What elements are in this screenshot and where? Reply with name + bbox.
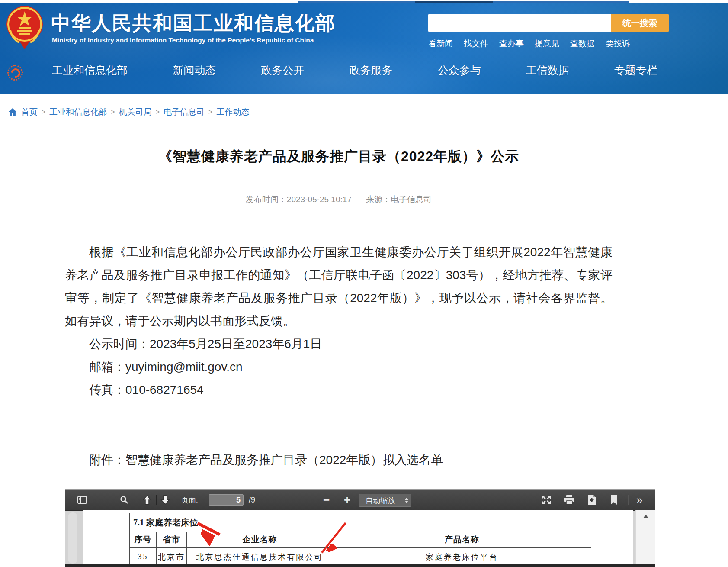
email-line: 邮箱：yuyiming@miit.gov.cn <box>65 355 613 378</box>
breadcrumb-miit[interactable]: 工业和信息化部 <box>49 106 107 118</box>
publish-time: 发布时间：2023-05-25 10:17 <box>246 195 352 204</box>
nav-item-news[interactable]: 新闻动态 <box>173 63 216 77</box>
pdf-table: 7.1 家庭养老床位 序号 省市 企业名称 产品名称 35 北京市 北京思杰佳通… <box>129 513 591 567</box>
table-row: 35 北京市 北京思杰佳通信息技术有限公司 家庭养老床位平台 <box>130 548 591 567</box>
zoom-select[interactable]: 自动缩放 <box>359 494 411 507</box>
zoom-out-icon[interactable]: − <box>323 490 330 510</box>
home-icon <box>8 108 17 116</box>
site-header: 中华人民共和国工业和信息化部 Ministry of Industry and … <box>0 3 728 94</box>
presentation-mode-icon[interactable] <box>541 490 552 510</box>
cell-company: 北京思杰佳通信息技术有限公司 <box>187 548 333 567</box>
download-icon[interactable] <box>587 490 597 510</box>
attachment-line: 附件：智慧健康养老产品及服务推广目录（2022年版）拟入选名单 <box>65 448 613 471</box>
col-header-product: 产品名称 <box>333 532 591 548</box>
col-header-index: 序号 <box>130 532 157 548</box>
zoom-select-arrows-icon <box>402 494 411 506</box>
breadcrumb-separator: > <box>42 108 45 116</box>
page-root: 中华人民共和国工业和信息化部 Ministry of Industry and … <box>0 0 728 567</box>
search-box <box>428 14 611 32</box>
toolbar-separator <box>156 495 157 505</box>
viewer-bottom-edge <box>65 564 655 567</box>
quick-link-files[interactable]: 找文件 <box>464 38 488 49</box>
publish-source: 来源：电子信息司 <box>366 195 432 204</box>
top-edge-strip <box>0 0 728 3</box>
scroll-up-icon[interactable] <box>643 515 648 518</box>
col-header-province: 省市 <box>157 532 187 548</box>
quick-link-services[interactable]: 查办事 <box>499 38 524 49</box>
quick-link-complaint[interactable]: 要投诉 <box>606 38 630 49</box>
article-body: 根据《工业和信息化部办公厅民政部办公厅国家卫生健康委办公厅关于组织开展2022年… <box>65 241 613 401</box>
site-title: 中华人民共和国工业和信息化部 <box>51 10 380 36</box>
page-number-input[interactable] <box>209 494 244 506</box>
cell-province: 北京市 <box>157 548 187 567</box>
header-quick-links: 看新闻 找文件 查办事 提意见 查数据 要投诉 <box>428 38 670 49</box>
site-subtitle-en: Ministry of Industry and Information Tec… <box>52 36 381 44</box>
breadcrumb-separator: > <box>156 108 160 116</box>
cell-index: 35 <box>130 548 157 567</box>
previous-page-icon[interactable] <box>142 490 152 510</box>
toolbar-separator <box>340 495 340 505</box>
pdf-toolbar: 页面: /9 − + 自动缩放 <box>65 490 655 511</box>
quick-link-feedback[interactable]: 提意见 <box>535 38 559 49</box>
breadcrumb-separator: > <box>208 108 212 116</box>
page-total: /9 <box>249 490 255 510</box>
title-divider <box>65 180 611 180</box>
breadcrumb-separator: > <box>111 108 115 116</box>
more-tools-icon[interactable]: » <box>636 490 642 510</box>
print-icon[interactable] <box>564 490 575 510</box>
zoom-in-icon[interactable]: + <box>344 490 350 510</box>
col-header-company: 企业名称 <box>187 532 333 548</box>
nav-item-gov-open[interactable]: 政务公开 <box>261 63 304 77</box>
gov-site-logo-icon <box>7 65 23 81</box>
bookmark-icon[interactable] <box>610 490 617 510</box>
pdf-scrollbar[interactable] <box>635 510 655 564</box>
pdf-section-title: 7.1 家庭养老床位 <box>130 513 591 532</box>
article-title: 《智慧健康养老产品及服务推广目录（2022年版）》公示 <box>65 147 613 166</box>
pdf-left-scroll-hint <box>68 512 77 564</box>
main-nav: 工业和信息化部 新闻动态 政务公开 政务服务 公众参与 工信数据 专题专栏 <box>52 63 657 77</box>
breadcrumb-electronic-info[interactable]: 电子信息司 <box>164 106 205 118</box>
nav-item-topics[interactable]: 专题专栏 <box>614 63 657 77</box>
header-divider <box>0 100 728 100</box>
breadcrumb-work-news[interactable]: 工作动态 <box>216 106 249 118</box>
publicity-period-line: 公示时间：2023年5月25日至2023年6月1日 <box>65 332 613 355</box>
search-icon[interactable] <box>120 490 128 510</box>
sidebar-toggle-icon[interactable] <box>77 490 87 510</box>
pdf-page: 7.1 家庭养老床位 序号 省市 企业名称 产品名称 35 北京市 北京思杰佳通… <box>83 510 633 564</box>
breadcrumb: 首页 > 工业和信息化部 > 机关司局 > 电子信息司 > 工作动态 <box>8 106 249 118</box>
nav-item-miit[interactable]: 工业和信息化部 <box>52 63 128 77</box>
cell-product: 家庭养老床位平台 <box>333 548 591 567</box>
nav-item-participation[interactable]: 公众参与 <box>438 63 481 77</box>
search-input[interactable] <box>428 14 611 32</box>
breadcrumb-home[interactable]: 首页 <box>21 106 38 118</box>
quick-link-news[interactable]: 看新闻 <box>428 38 453 49</box>
nav-item-gov-service[interactable]: 政务服务 <box>349 63 392 77</box>
publish-info: 发布时间：2023-05-25 10:17 来源：电子信息司 <box>65 194 613 205</box>
next-page-icon[interactable] <box>160 490 170 510</box>
national-emblem-icon <box>6 4 43 49</box>
quick-link-data[interactable]: 查数据 <box>570 38 595 49</box>
page-label: 页面: <box>181 490 198 510</box>
pdf-viewer: 页面: /9 − + 自动缩放 <box>65 489 655 567</box>
article-paragraph: 根据《工业和信息化部办公厅民政部办公厅国家卫生健康委办公厅关于组织开展2022年… <box>65 241 613 332</box>
zoom-select-value: 自动缩放 <box>359 496 402 506</box>
nav-item-data[interactable]: 工信数据 <box>526 63 569 77</box>
fax-line: 传真：010-68271654 <box>65 378 613 401</box>
toolbar-separator <box>628 495 629 505</box>
unified-search-button[interactable]: 统一搜索 <box>611 14 669 32</box>
breadcrumb-departments[interactable]: 机关司局 <box>119 106 152 118</box>
